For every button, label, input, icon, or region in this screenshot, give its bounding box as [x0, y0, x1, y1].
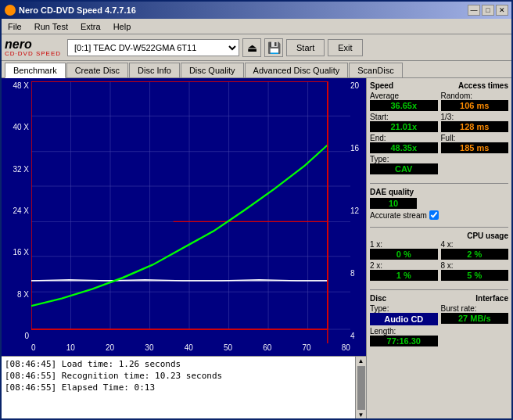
- x-label-70: 70: [303, 343, 311, 356]
- speed-col: Average 36.65x Start: 21.01x End: 48.35x: [370, 92, 438, 176]
- x-label-80: 80: [342, 343, 350, 356]
- y-label-32: 32 X: [13, 165, 29, 174]
- cpu-8x-label: 8 x:: [441, 261, 509, 270]
- start-value: 21.01x: [370, 121, 438, 132]
- r-label-12: 12: [350, 206, 359, 215]
- burst-label: Burst rate:: [441, 304, 509, 313]
- x-axis: 0 10 20 30 40 50 60 70 80: [31, 343, 350, 356]
- burst-value: 27 MB/s: [441, 313, 509, 324]
- save-icon-button[interactable]: 💾: [264, 38, 283, 57]
- cpu-4x-value: 2 %: [441, 249, 509, 260]
- cpu-2x-row: 2 x: 1 %: [370, 261, 438, 281]
- y-label-0: 0: [24, 332, 29, 340]
- chart-area: 48 X 40 X 32 X 24 X 16 X 8 X 0 20 16 12 …: [2, 78, 366, 356]
- tab-disc-quality[interactable]: Disc Quality: [181, 63, 244, 77]
- cpu-4x-row: 4 x: 2 %: [441, 240, 509, 260]
- tab-advanced-disc-quality[interactable]: Advanced Disc Quality: [245, 63, 349, 77]
- start-button[interactable]: Start: [286, 39, 325, 56]
- toolbar: nero CD·DVD SPEED [0:1] TEAC DV-W522GMA …: [2, 34, 511, 61]
- cpu-2x-value: 1 %: [370, 270, 438, 281]
- end-value: 48.35x: [370, 142, 438, 153]
- dae-title: DAE quality: [370, 188, 508, 196]
- cpu-1x-row: 1 x: 0 %: [370, 240, 438, 260]
- menu-bar: File Run Test Extra Help: [2, 19, 511, 34]
- accurate-stream-row: Accurate stream: [370, 210, 508, 220]
- cpu-4x-label: 4 x:: [441, 240, 509, 249]
- random-label: Random:: [441, 92, 509, 100]
- y-label-24: 24 X: [13, 206, 29, 215]
- scroll-thumb[interactable]: [357, 366, 365, 410]
- full-label: Full:: [441, 134, 509, 142]
- x-label-50: 50: [224, 343, 232, 356]
- title-bar: Nero CD-DVD Speed 4.7.7.16 — □ ✕: [2, 2, 511, 19]
- full-value: 185 ms: [441, 142, 509, 153]
- drive-selector[interactable]: [0:1] TEAC DV-W522GMA 6T11: [67, 39, 239, 56]
- average-row: Average 36.65x: [370, 92, 438, 111]
- random-value: 106 ms: [441, 100, 509, 111]
- average-value: 36.65x: [370, 100, 438, 111]
- nero-logo: nero CD·DVD SPEED: [5, 38, 61, 57]
- cdspeed-brand: CD·DVD SPEED: [5, 51, 61, 57]
- x-label-60: 60: [263, 343, 271, 356]
- y-label-16: 16 X: [13, 248, 29, 257]
- access-title: Access times: [458, 81, 508, 90]
- r-label-4: 4: [350, 332, 355, 340]
- speed-title: Speed: [370, 81, 393, 90]
- one-third-label: 1/3:: [441, 113, 509, 121]
- cpu-8x-value: 5 %: [441, 270, 509, 281]
- disc-type-value: Audio CD: [370, 313, 438, 325]
- close-button[interactable]: ✕: [496, 5, 508, 16]
- menu-file[interactable]: File: [5, 21, 25, 32]
- scroll-up-arrow[interactable]: ▲: [358, 357, 364, 364]
- menu-extra[interactable]: Extra: [77, 21, 104, 32]
- app-icon: [5, 5, 16, 16]
- r-label-8: 8: [350, 269, 355, 278]
- interface-title: Interface: [475, 294, 508, 303]
- interface-col: Burst rate: 27 MB/s: [441, 304, 509, 346]
- log-line-1: [08:46:55] Recognition time: 10.23 secon…: [3, 370, 353, 382]
- tab-benchmark[interactable]: Benchmark: [5, 63, 66, 78]
- log-line-0: [08:46:45] Load time: 1.26 seconds: [3, 358, 353, 370]
- app-window: Nero CD-DVD Speed 4.7.7.16 — □ ✕ File Ru…: [0, 0, 513, 420]
- cpu-col2: 4 x: 2 % 8 x: 5 %: [441, 240, 509, 282]
- r-label-20: 20: [350, 81, 359, 90]
- nero-brand: nero: [5, 38, 32, 51]
- dae-value: 10: [370, 198, 417, 209]
- exit-button[interactable]: Exit: [328, 39, 362, 56]
- menu-run-test[interactable]: Run Test: [31, 21, 71, 32]
- main-content-area: 48 X 40 X 32 X 24 X 16 X 8 X 0 20 16 12 …: [2, 78, 511, 418]
- x-label-0: 0: [31, 343, 36, 356]
- disc-section: Disc Interface Type: Audio CD Length: 77…: [370, 294, 508, 346]
- speed-section: Speed Access times Average 36.65x Start:…: [370, 81, 508, 176]
- eject-icon-button[interactable]: ⏏: [242, 38, 261, 57]
- log-line-2: [08:46:55] Elapsed Time: 0:13: [3, 382, 353, 393]
- accurate-checkbox[interactable]: [429, 210, 439, 220]
- svg-rect-0: [31, 81, 350, 343]
- maximize-button[interactable]: □: [482, 5, 494, 16]
- random-row: Random: 106 ms: [441, 92, 509, 111]
- chart-svg: [31, 81, 350, 343]
- disc-col: Type: Audio CD Length: 77:16.30: [370, 304, 438, 346]
- chart-log-area: 48 X 40 X 32 X 24 X 16 X 8 X 0 20 16 12 …: [2, 78, 366, 418]
- length-value: 77:16.30: [370, 336, 438, 346]
- title-bar-left: Nero CD-DVD Speed 4.7.7.16: [5, 5, 136, 16]
- tab-disc-info[interactable]: Disc Info: [129, 63, 180, 77]
- end-label: End:: [370, 134, 438, 142]
- y-label-40: 40 X: [13, 123, 29, 131]
- tab-scan-disc[interactable]: ScanDisc: [349, 63, 402, 77]
- menu-help[interactable]: Help: [110, 21, 135, 32]
- cpu-2x-label: 2 x:: [370, 261, 438, 270]
- tab-create-disc[interactable]: Create Disc: [66, 63, 128, 77]
- one-third-value: 128 ms: [441, 121, 509, 132]
- cpu-section: CPU usage 1 x: 0 % 2 x: 1 %: [370, 232, 508, 282]
- x-label-10: 10: [66, 343, 75, 356]
- minimize-button[interactable]: —: [468, 5, 480, 16]
- log-scrollbar[interactable]: ▲ ▼: [355, 357, 366, 418]
- stats-panel: Speed Access times Average 36.65x Start:…: [366, 78, 511, 418]
- start-row: Start: 21.01x: [370, 113, 438, 132]
- average-label: Average: [370, 92, 438, 100]
- x-label-40: 40: [185, 343, 193, 356]
- full-row: Full: 185 ms: [441, 134, 509, 153]
- scroll-down-arrow[interactable]: ▼: [358, 411, 364, 418]
- tab-bar: Benchmark Create Disc Disc Info Disc Qua…: [2, 61, 511, 78]
